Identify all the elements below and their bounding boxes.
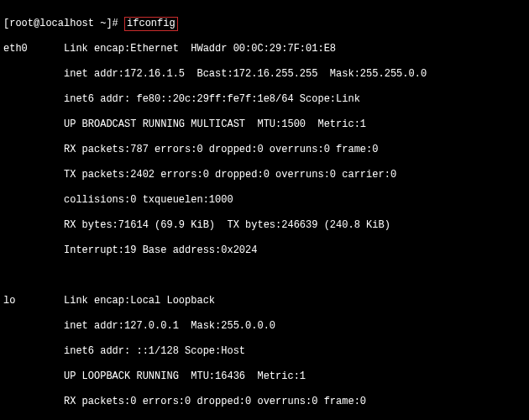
eth0-line: RX bytes:71614 (69.9 KiB) TX bytes:24663… [3,219,526,232]
cmd-ifconfig: ifconfig [124,17,178,31]
lo-line: inet addr:127.0.0.1 Mask:255.0.0.0 [3,320,526,333]
lo-line: lo Link encap:Local Loopback [3,295,526,307]
shell-prompt: [root@localhost ~]# [3,18,124,29]
eth0-line: Interrupt:19 Base address:0x2024 [3,244,526,257]
lo-line: inet6 addr: ::1/128 Scope:Host [3,345,526,358]
eth0-line: eth0 Link encap:Ethernet HWaddr 00:0C:29… [3,43,526,55]
eth0-line: UP BROADCAST RUNNING MULTICAST MTU:1500 … [3,118,526,131]
blank-line [3,270,526,282]
lo-line: RX packets:0 errors:0 dropped:0 overruns… [3,396,526,408]
eth0-line: RX packets:787 errors:0 dropped:0 overru… [3,144,526,156]
eth0-line: TX packets:2402 errors:0 dropped:0 overr… [3,169,526,181]
prompt-line-1: [root@localhost ~]# ifconfig [3,18,526,30]
eth0-line: inet6 addr: fe80::20c:29ff:fe7f:1e8/64 S… [3,93,526,106]
lo-line: UP LOOPBACK RUNNING MTU:16436 Metric:1 [3,370,526,383]
eth0-line: collisions:0 txqueuelen:1000 [3,194,526,207]
terminal-output[interactable]: [root@localhost ~]# ifconfig eth0 Link e… [0,0,529,420]
eth0-line: inet addr:172.16.1.5 Bcast:172.16.255.25… [3,68,526,81]
